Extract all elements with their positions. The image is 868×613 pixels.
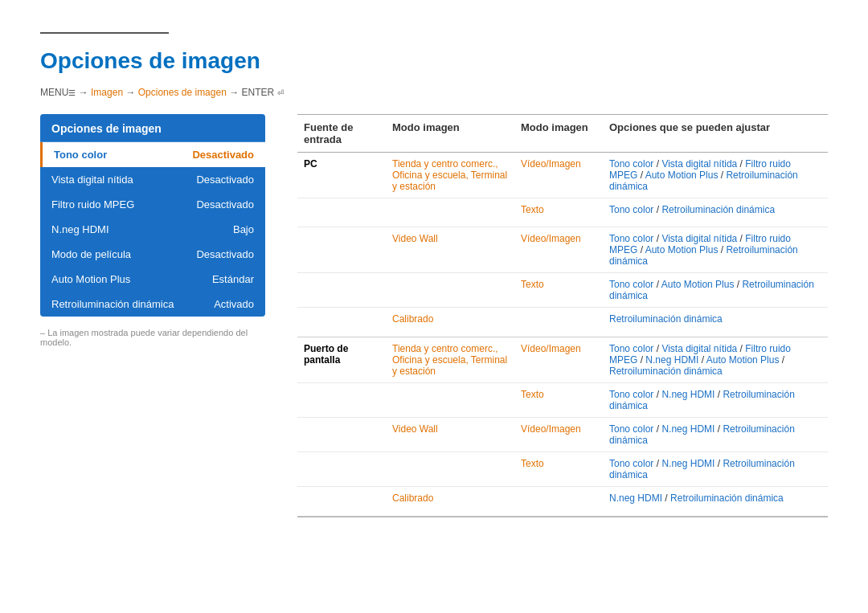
menu-item-value-3: Bajo [233,223,254,235]
data-row: TextoTono color / N.neg HDMI / Retroilum… [297,383,828,418]
menu-item-value-6: Activado [214,298,254,310]
menu-box: Opciones de imagen Tono color Desactivad… [40,114,265,317]
left-panel: Opciones de imagen Tono color Desactivad… [40,114,265,347]
menu-item-label-4: Modo de película [51,248,131,260]
header-col4: Opciones que se pueden ajustar [603,121,828,145]
data-row: PCTienda y centro comerc., Oficina y esc… [297,153,828,198]
menu-item-label-5: Auto Motion Plus [51,273,130,285]
data-row: TextoTono color / N.neg HDMI / Retroilum… [297,452,828,487]
header-col1: Fuente deentrada [297,121,386,145]
data-row: Video WallVídeo/ImagenTono color / N.neg… [297,418,828,452]
cell-img-mode: Vídeo/Imagen [514,337,603,382]
cell-source [297,487,386,516]
cell-source [297,273,386,307]
cell-options: Tono color / N.neg HDMI / Retroiluminaci… [603,383,828,417]
cell-source: PC [297,153,386,198]
cell-mode-group: Video Wall [386,418,514,452]
cell-options: Tono color / N.neg HDMI / Retroiluminaci… [603,418,828,452]
menu-item-3[interactable]: N.neg HDMI Bajo [40,217,265,242]
menu-item-4[interactable]: Modo de película Desactivado [40,242,265,267]
data-row: TextoTono color / Retroiluminación dinám… [297,198,828,227]
header-col3: Modo imagen [514,121,603,145]
menu-item-1[interactable]: Vista digital nítida Desactivado [40,167,265,192]
menu-item-label-2: Filtro ruido MPEG [51,198,134,210]
menu-item-label-3: N.neg HDMI [51,223,109,235]
menu-item-0[interactable]: Tono color Desactivado [40,142,265,167]
source-group-1: Puerto de pantallaTienda y centro comerc… [297,337,828,517]
menu-items-list: Tono color Desactivado Vista digital nít… [40,142,265,317]
cell-mode-group [386,273,514,307]
breadcrumb-imagen: Imagen [91,87,123,98]
menu-item-value-4: Desactivado [196,248,254,260]
cell-options: Retroiluminación dinámica [603,308,828,337]
header-col2: Modo imagen [386,121,514,145]
main-layout: Opciones de imagen Tono color Desactivad… [40,114,828,517]
menu-item-2[interactable]: Filtro ruido MPEG Desactivado [40,192,265,217]
footnote: – La imagen mostrada puede variar depend… [40,328,265,347]
menu-item-value-1: Desactivado [196,174,254,186]
menu-item-5[interactable]: Auto Motion Plus Estándar [40,267,265,292]
data-row: Video WallVídeo/ImagenTono color / Vista… [297,227,828,273]
menu-item-label-0: Tono color [54,149,107,161]
cell-source [297,227,386,272]
cell-options: Tono color / Vista digital nítida / Filt… [603,337,828,382]
cell-img-mode: Texto [514,452,603,486]
cell-source [297,198,386,227]
menu-item-value-5: Estándar [212,273,254,285]
cell-options: Tono color / Retroiluminación dinámica [603,198,828,227]
cell-options: Tono color / Vista digital nítida / Filt… [603,153,828,198]
cell-options: Tono color / Vista digital nítida / Filt… [603,227,828,272]
cell-mode-group: Calibrado [386,487,514,516]
cell-options: Tono color / Auto Motion Plus / Retroilu… [603,273,828,307]
cell-img-mode: Texto [514,273,603,307]
data-row: Puerto de pantallaTienda y centro comerc… [297,337,828,383]
cell-img-mode: Texto [514,383,603,417]
cell-source [297,383,386,417]
cell-source [297,308,386,337]
cell-img-mode [514,308,603,337]
cell-mode-group: Calibrado [386,308,514,337]
table-header: Fuente deentrada Modo imagen Modo imagen… [297,115,828,153]
menu-item-6[interactable]: Retroiluminación dinámica Activado [40,292,265,317]
cell-source: Puerto de pantalla [297,337,386,382]
cell-source [297,452,386,486]
cell-mode-group: Tienda y centro comerc., Oficina y escue… [386,153,514,198]
breadcrumb-arrow2: → [125,87,137,98]
breadcrumb-menu: MENU☰ [40,87,76,98]
data-row: CalibradoN.neg HDMI / Retroiluminación d… [297,487,828,516]
cell-img-mode [514,487,603,516]
data-row: TextoTono color / Auto Motion Plus / Ret… [297,273,828,308]
cell-img-mode: Vídeo/Imagen [514,153,603,198]
menu-item-value-2: Desactivado [196,198,254,210]
source-group-0: PCTienda y centro comerc., Oficina y esc… [297,153,828,337]
top-rule [40,32,169,34]
breadcrumb-opciones: Opciones de imagen [138,87,227,98]
menu-item-label-6: Retroiluminación dinámica [51,298,174,310]
menu-box-title: Opciones de imagen [40,114,265,142]
breadcrumb-arrow3: → [229,87,241,98]
menu-item-value-0: Desactivado [192,149,254,161]
cell-mode-group [386,198,514,227]
cell-img-mode: Vídeo/Imagen [514,418,603,452]
cell-source [297,418,386,452]
cell-img-mode: Texto [514,198,603,227]
right-panel: Fuente deentrada Modo imagen Modo imagen… [297,114,828,517]
data-rows: PCTienda y centro comerc., Oficina y esc… [297,153,828,517]
table-bottom-rule [297,517,828,517]
cell-mode-group: Video Wall [386,227,514,272]
data-row: CalibradoRetroiluminación dinámica [297,308,828,337]
cell-options: Tono color / N.neg HDMI / Retroiluminaci… [603,452,828,486]
cell-mode-group [386,452,514,486]
menu-item-label-1: Vista digital nítida [51,174,133,186]
cell-mode-group [386,383,514,417]
breadcrumb-enter: ENTER ⏎ [242,87,284,98]
breadcrumb: MENU☰ → Imagen → Opciones de imagen → EN… [40,87,828,98]
breadcrumb-arrow: → [79,87,91,98]
cell-img-mode: Vídeo/Imagen [514,227,603,272]
cell-options: N.neg HDMI / Retroiluminación dinámica [603,487,828,516]
cell-mode-group: Tienda y centro comerc., Oficina y escue… [386,337,514,382]
page-title: Opciones de imagen [40,48,828,74]
